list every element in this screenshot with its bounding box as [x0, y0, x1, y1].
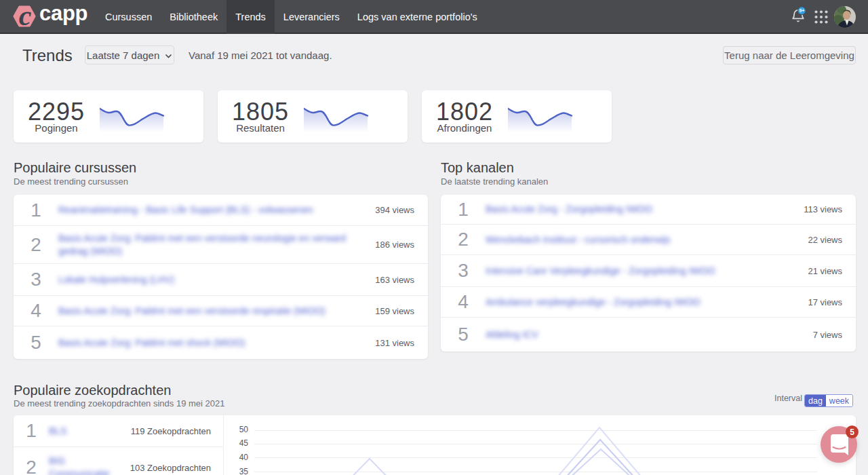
svg-text:c: c	[19, 5, 32, 28]
svg-text:9+: 9+	[799, 8, 804, 13]
